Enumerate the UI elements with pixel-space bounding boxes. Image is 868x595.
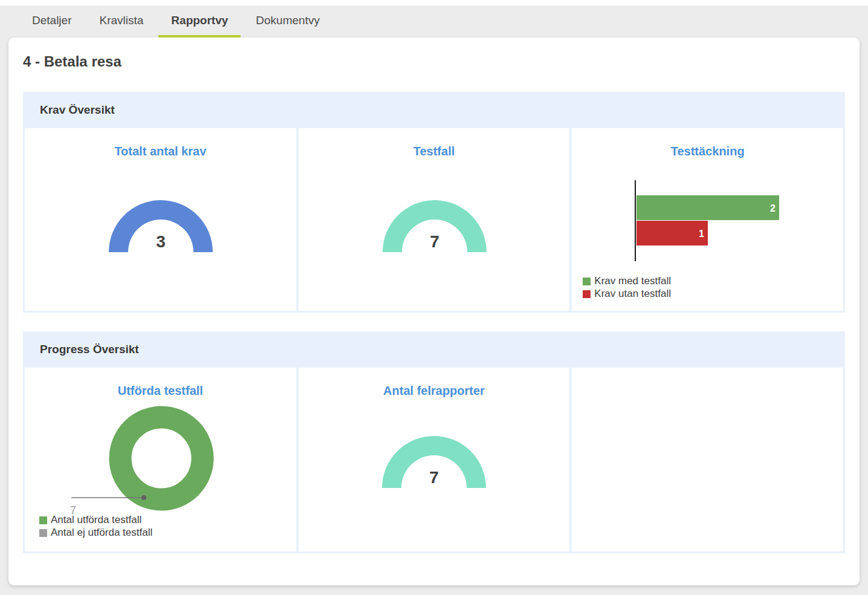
tab-dokumentvy[interactable]: Dokumentvy [243,5,332,37]
bar-value-med: 2 [770,203,776,213]
section-header-progress: Progress Översikt [25,331,843,368]
chart-title-antal-felrapporter: Antal felrapporter [299,384,570,398]
legend-swatch-green [583,278,591,285]
section-progress-oversikt: Progress Översikt Utförda testfall 7 Ant… [23,331,845,553]
bar-value-utan: 1 [699,229,704,239]
page-title: 4 - Betala resa [23,53,845,70]
panel-testtackning: Testtäckning 2 1 Krav med testfall Kr [572,128,843,311]
gauge-arc [382,436,486,488]
panel-totalt-antal-krav: Totalt antal krav 3 [25,128,296,311]
tab-detaljer[interactable]: Detaljer [19,5,84,37]
legend-utforda-testfall: Antal utförda testfall Antal ej utförda … [39,516,152,537]
section-header-krav: Krav Översikt [25,92,843,128]
gauge-value: 7 [429,468,439,487]
legend-label: Antal utförda testfall [51,516,141,524]
legend-label: Krav utan testfall [594,290,671,298]
tab-rapportvy[interactable]: Rapportvy [158,5,241,37]
chart-title-testfall: Testfall [299,145,570,158]
section-krav-oversikt: Krav Översikt Totalt antal krav 3 Testfa… [23,92,845,313]
top-strip [0,0,868,5]
legend-item-krav-med-testfall: Krav med testfall [583,277,671,285]
legend-item-krav-utan-testfall: Krav utan testfall [583,290,671,298]
legend-item-antal-utforda: Antal utförda testfall [39,516,152,524]
chart-title-totalt-antal-krav: Totalt antal krav [25,145,296,158]
legend-swatch-green [39,516,47,524]
legend-item-antal-ej-utforda: Antal ej utförda testfall [39,528,152,537]
gauge-value: 3 [156,232,166,251]
bar-krav-utan-testfall [636,221,708,245]
panel-antal-felrapporter: Antal felrapporter 7 [299,368,570,551]
legend-testtackning: Krav med testfall Krav utan testfall [583,277,671,298]
panel-empty [572,368,843,551]
tab-bar: Detaljer Kravlista Rapportvy Dokumentvy [0,5,868,37]
gauge-arc [383,200,487,252]
donut-ring [120,417,202,499]
legend-label: Antal ej utförda testfall [51,528,152,537]
chart-title-utforda-testfall: Utförda testfall [25,384,296,398]
panel-testfall: Testfall 7 [299,128,570,311]
chart-title-testtackning: Testtäckning [572,145,843,158]
legend-swatch-gray [39,529,47,537]
legend-label: Krav med testfall [594,277,671,285]
bar-krav-med-testfall [636,195,779,220]
legend-swatch-red [583,290,591,298]
panel-utforda-testfall: Utförda testfall 7 Antal utförda testfal… [25,368,296,551]
gauge-arc [109,200,213,252]
gauge-value: 7 [430,232,439,251]
report-card: 4 - Betala resa Krav Översikt Totalt ant… [8,37,860,585]
callout-dot [141,495,146,500]
tab-kravlista[interactable]: Kravlista [86,5,156,37]
